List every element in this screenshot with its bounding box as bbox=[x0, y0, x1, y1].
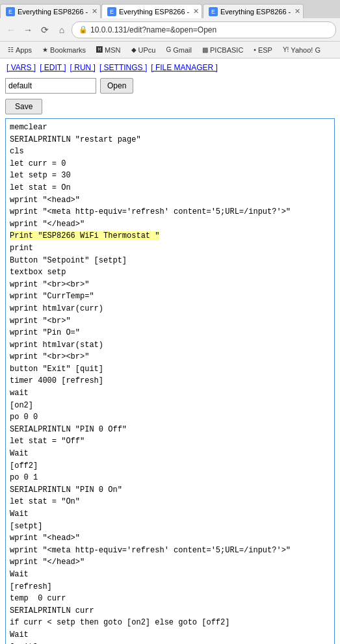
bookmark-apps[interactable]: ☷ Apps bbox=[4, 45, 36, 55]
browser-tab-2[interactable]: E Everything ESP8266 - ✕ bbox=[101, 4, 202, 18]
reload-button[interactable]: ⟳ bbox=[38, 23, 52, 37]
top-nav: [ VARS ] [ EDIT ] [ RUN ] [ SETTINGS ] [… bbox=[5, 62, 335, 73]
apps-icon: ☷ bbox=[8, 46, 14, 53]
esp-icon: ▪ bbox=[254, 46, 256, 53]
address-lock-icon: 🔒 bbox=[79, 25, 88, 34]
home-button[interactable]: ⌂ bbox=[55, 23, 69, 37]
bookmark-yahoo[interactable]: Y! Yahoo! G bbox=[279, 45, 324, 55]
tab-label-3: Everything ESP8266 - bbox=[220, 8, 291, 16]
star-icon: ★ bbox=[42, 46, 48, 53]
save-button[interactable]: Save bbox=[5, 99, 42, 114]
code-editor[interactable]: memclear SERIALPRINTLN "restart page" cl… bbox=[5, 118, 335, 644]
back-button[interactable]: ← bbox=[4, 23, 18, 37]
bookmark-gmail-label: Gmail bbox=[173, 46, 192, 54]
bookmark-yahoo-label: Yahoo! G bbox=[291, 46, 320, 54]
bookmark-upcu-label: UPcu bbox=[138, 46, 156, 54]
bookmarks-bar: ☷ Apps ★ Bookmarks 🅼 MSN ◆ UPcu G Gmail … bbox=[0, 42, 340, 58]
open-row: Open bbox=[5, 78, 335, 94]
tab-label-1: Everything ESP8266 - bbox=[18, 8, 88, 16]
tab-favicon-2: E bbox=[107, 7, 116, 16]
forward-button[interactable]: → bbox=[21, 23, 35, 37]
bookmark-bookmarks[interactable]: ★ Bookmarks bbox=[38, 45, 90, 55]
nav-edit[interactable]: [ EDIT ] bbox=[38, 62, 67, 73]
nav-bar: ← → ⟳ ⌂ 🔒 10.0.0.131/edit?name=&open=Ope… bbox=[0, 18, 340, 42]
open-button[interactable]: Open bbox=[100, 78, 133, 94]
bookmark-bookmarks-label: Bookmarks bbox=[50, 46, 86, 54]
yahoo-icon: Y! bbox=[283, 46, 289, 53]
bookmark-msn[interactable]: 🅼 MSN bbox=[92, 45, 124, 55]
tab-close-2[interactable]: ✕ bbox=[193, 7, 199, 16]
browser-tabs: E Everything ESP8266 - ✕ E Everything ES… bbox=[0, 0, 340, 18]
address-text: 10.0.0.131/edit?name=&open=Open bbox=[90, 25, 216, 34]
tab-label-2: Everything ESP8266 - bbox=[119, 8, 189, 16]
tab-close-1[interactable]: ✕ bbox=[92, 7, 98, 16]
tab-favicon-1: E bbox=[6, 7, 15, 16]
bookmark-upcu[interactable]: ◆ UPcu bbox=[127, 45, 160, 55]
picbasic-icon: ▩ bbox=[202, 46, 208, 53]
bookmark-esp-label: ESP bbox=[258, 46, 272, 54]
bookmark-picbasic-label: PICBASIC bbox=[210, 46, 243, 54]
nav-vars[interactable]: [ VARS ] bbox=[5, 62, 37, 73]
nav-settings[interactable]: [ SETTINGS ] bbox=[98, 62, 148, 73]
msn-icon: 🅼 bbox=[96, 46, 103, 53]
save-row: Save bbox=[5, 99, 335, 118]
filename-input[interactable] bbox=[5, 78, 96, 94]
upcu-icon: ◆ bbox=[131, 46, 137, 53]
bookmark-esp[interactable]: ▪ ESP bbox=[250, 45, 276, 55]
tab-close-3[interactable]: ✕ bbox=[294, 7, 300, 16]
address-bar[interactable]: 🔒 10.0.0.131/edit?name=&open=Open bbox=[72, 21, 336, 38]
bookmark-gmail[interactable]: G Gmail bbox=[162, 45, 196, 55]
nav-filemanager[interactable]: [ FILE MANAGER ] bbox=[150, 62, 219, 73]
browser-tab-3[interactable]: E Everything ESP8266 - ✕ bbox=[203, 4, 304, 18]
nav-run[interactable]: [ RUN ] bbox=[69, 62, 97, 73]
tab-favicon-3: E bbox=[209, 7, 218, 16]
bookmark-msn-label: MSN bbox=[105, 46, 120, 54]
gmail-icon: G bbox=[166, 46, 171, 53]
page-content: [ VARS ] [ EDIT ] [ RUN ] [ SETTINGS ] [… bbox=[0, 58, 340, 644]
bookmark-apps-label: Apps bbox=[16, 46, 32, 54]
browser-tab-1[interactable]: E Everything ESP8266 - ✕ bbox=[0, 4, 101, 18]
bookmark-picbasic[interactable]: ▩ PICBASIC bbox=[198, 45, 247, 55]
